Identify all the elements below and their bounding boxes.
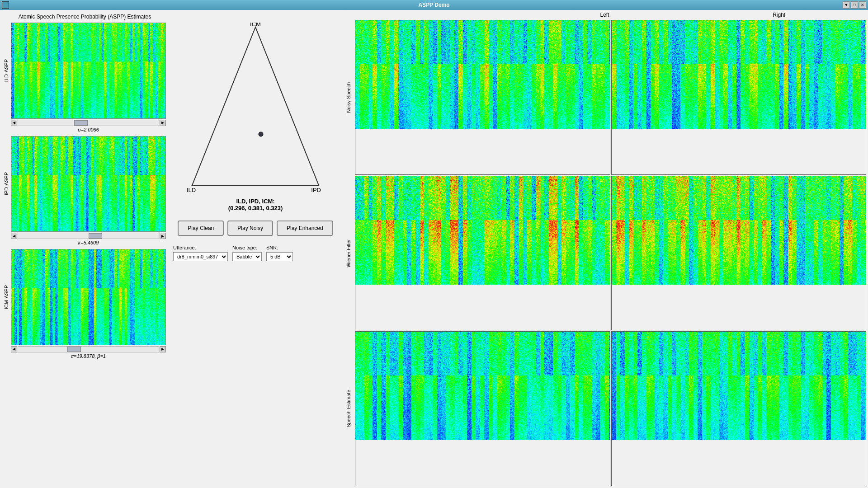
window-title: ASPP Demo xyxy=(418,2,449,8)
ipd-scrollbar-row: ◀ ▶ xyxy=(11,233,166,239)
triangle-bottom-left-label: ILD xyxy=(187,187,196,193)
utterance-group: Utterance: dr8_mmlm0_si897 xyxy=(173,245,228,261)
noise-type-select[interactable]: Babble White Pink Street xyxy=(232,252,262,261)
ipd-scroll-left[interactable]: ◀ xyxy=(11,233,17,239)
title-bar: ASPP Demo ▼ □ ✕ xyxy=(0,0,868,10)
ild-scrollbar-thumb[interactable] xyxy=(74,120,88,126)
triangle-svg: ICM ILD IPD xyxy=(179,23,332,194)
coords-line2: (0.296, 0.381, 0.323) xyxy=(228,205,283,211)
noisy-speech-right xyxy=(611,20,867,175)
icm-scrollbar-thumb[interactable] xyxy=(67,347,81,352)
ipd-aspp-ylabel: IPD-ASPP xyxy=(4,172,11,195)
play-buttons-row: Play Clean Play Noisy Play Enhanced xyxy=(178,221,333,236)
triangle-container: ICM ILD IPD xyxy=(179,23,332,194)
noise-type-group: Noise type: Babble White Pink Street xyxy=(232,245,262,261)
icm-scrollbar-track[interactable] xyxy=(18,346,159,352)
speech-estimate-label: Speech Estimate xyxy=(343,331,354,486)
ipd-kappa-label: κ=5.4609 xyxy=(11,240,166,245)
ild-aspp-ylabel: ILD-ASPP xyxy=(4,59,11,82)
svg-marker-0 xyxy=(192,27,319,185)
right-panel: Left Right Noisy Speech Wiener Filter Sp… xyxy=(341,10,868,488)
icm-aspp-spectrogram xyxy=(11,249,166,345)
snr-select[interactable]: 0 dB 5 dB 10 dB 15 dB 20 dB xyxy=(266,252,293,261)
settings-section: Utterance: dr8_mmlm0_si897 Noise type: B… xyxy=(173,245,338,261)
middle-panel: ICM ILD IPD ILD, IPD, ICM: (0.296, 0.381… xyxy=(170,10,341,488)
ild-sigma-label: σ=2.0066 xyxy=(11,127,166,132)
ild-aspp-section: ILD-ASPP ◀ ▶ σ=2.0066 xyxy=(4,23,166,134)
left-panel: Atomic Speech Presence Probability (ASPP… xyxy=(0,10,170,488)
ild-scrollbar-track[interactable] xyxy=(18,120,159,126)
right-col-header: Right xyxy=(692,12,866,18)
noisy-speech-label: Noisy Speech xyxy=(343,20,354,175)
play-clean-button[interactable]: Play Clean xyxy=(178,221,224,236)
ipd-scrollbar-track[interactable] xyxy=(18,233,159,239)
wiener-filter-right xyxy=(611,176,867,331)
icm-scroll-left[interactable]: ◀ xyxy=(11,346,17,352)
coords-display: ILD, IPD, ICM: (0.296, 0.381, 0.323) xyxy=(228,198,283,211)
triangle-top-label: ICM xyxy=(250,23,261,28)
speech-estimate-right xyxy=(611,331,867,486)
ipd-scrollbar-thumb[interactable] xyxy=(89,233,102,239)
speech-estimate-left xyxy=(355,331,610,486)
ipd-scroll-right[interactable]: ▶ xyxy=(160,233,166,239)
snr-label: SNR: xyxy=(266,245,293,250)
ild-aspp-spectrogram xyxy=(11,23,166,119)
minimize-button[interactable]: ▼ xyxy=(843,1,850,9)
app-icon xyxy=(2,1,9,9)
utterance-select[interactable]: dr8_mmlm0_si897 xyxy=(173,252,228,261)
close-button[interactable]: ✕ xyxy=(859,1,866,9)
icm-alpha-beta-label: α=19.8378, β=1 xyxy=(11,353,166,359)
window-controls[interactable]: ▼ □ ✕ xyxy=(843,1,866,9)
icm-aspp-ylabel: ICM-ASPP xyxy=(4,285,11,309)
play-noisy-button[interactable]: Play Noisy xyxy=(227,221,273,236)
left-col-header: Left xyxy=(518,12,692,18)
triangle-point[interactable] xyxy=(259,132,263,136)
wiener-filter-left xyxy=(355,176,610,331)
panel-title: Atomic Speech Presence Probability (ASPP… xyxy=(4,14,166,20)
wiener-filter-label: Wiener Filter xyxy=(343,176,354,331)
play-enhanced-button[interactable]: Play Enhanced xyxy=(277,221,333,236)
icm-scrollbar-row: ◀ ▶ xyxy=(11,346,166,352)
snr-group: SNR: 0 dB 5 dB 10 dB 15 dB 20 dB xyxy=(266,245,293,261)
maximize-button[interactable]: □ xyxy=(851,1,858,9)
utterance-label: Utterance: xyxy=(173,245,228,250)
icm-aspp-section: ICM-ASPP ◀ ▶ α=19.8378, β=1 xyxy=(4,249,166,361)
right-header-spacer xyxy=(343,12,518,18)
ipd-aspp-spectrogram xyxy=(11,136,166,232)
triangle-bottom-right-label: IPD xyxy=(311,187,321,193)
ipd-aspp-section: IPD-ASPP ◀ ▶ κ=5.4609 xyxy=(4,136,166,248)
ild-scrollbar-row: ◀ ▶ xyxy=(11,120,166,126)
coords-line1: ILD, IPD, ICM: xyxy=(228,198,283,205)
icm-scroll-right[interactable]: ▶ xyxy=(160,346,166,352)
spectrogram-grid: Noisy Speech Wiener Filter Speech Estima… xyxy=(343,20,866,486)
noise-type-label: Noise type: xyxy=(232,245,262,250)
ild-scroll-right[interactable]: ▶ xyxy=(160,120,166,126)
main-container: Atomic Speech Presence Probability (ASPP… xyxy=(0,10,868,488)
ild-scroll-left[interactable]: ◀ xyxy=(11,120,17,126)
right-header: Left Right xyxy=(343,12,866,18)
noisy-speech-left xyxy=(355,20,610,175)
